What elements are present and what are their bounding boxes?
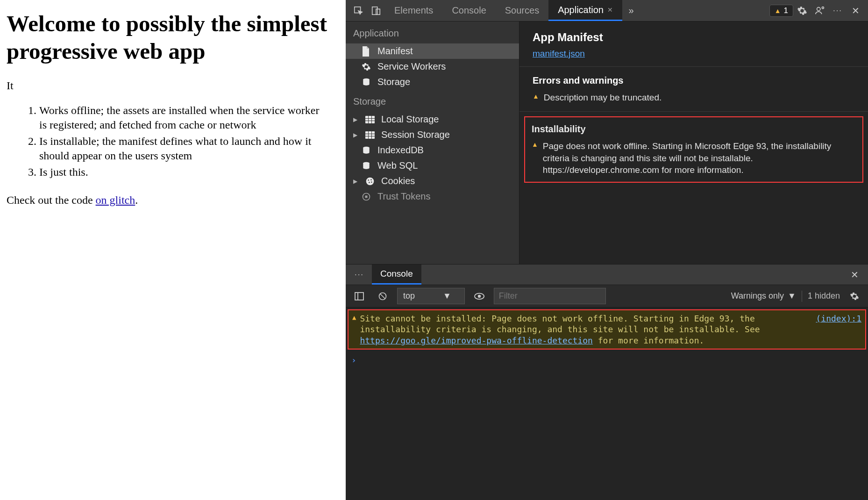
- console-link[interactable]: https://goo.gle/improved-pwa-offline-det…: [360, 336, 593, 345]
- error-text: Description may be truncated.: [544, 93, 662, 103]
- glitch-link[interactable]: on glitch: [96, 194, 135, 206]
- svg-rect-8: [365, 121, 375, 121]
- svg-rect-24: [365, 195, 368, 198]
- svg-rect-25: [355, 293, 363, 300]
- chevron-right-icon[interactable]: ▶: [353, 178, 360, 185]
- console-text-post: for more information.: [593, 336, 704, 345]
- chevron-down-icon: ▼: [443, 291, 451, 301]
- list-item: Is just this.: [39, 165, 339, 179]
- console-settings-icon[interactable]: [846, 287, 863, 305]
- tab-application[interactable]: Application ✕: [548, 0, 622, 21]
- kebab-menu-icon[interactable]: ···: [350, 266, 368, 284]
- svg-rect-12: [365, 134, 375, 134]
- svg-rect-15: [371, 131, 372, 139]
- database-icon: [362, 146, 372, 155]
- devtools-panel: Elements Console Sources Application ✕ »…: [346, 0, 868, 500]
- chevron-right-icon[interactable]: ▶: [353, 116, 360, 123]
- close-drawer-icon[interactable]: ✕: [846, 266, 863, 284]
- warning-icon: ▲: [532, 140, 538, 176]
- sidebar-item-label: Session Storage: [381, 129, 450, 140]
- console-text-pre: Site cannot be installed: Page does not …: [360, 314, 760, 334]
- warning-icon: ▲: [775, 7, 781, 14]
- application-sidebar: Application Manifest Service Workers Sto…: [346, 21, 519, 264]
- chevron-down-icon: ▼: [788, 291, 796, 301]
- warnings-badge[interactable]: ▲ 1: [769, 5, 793, 17]
- context-value: top: [403, 291, 415, 301]
- outro-pre: Check out the code: [7, 194, 96, 206]
- sidebar-heading-storage: Storage: [346, 90, 519, 112]
- sidebar-item-label: Cookies: [381, 176, 415, 186]
- context-selector[interactable]: top ▼: [397, 288, 465, 304]
- drawer-tabbar: ··· Console ✕: [346, 264, 868, 285]
- svg-rect-1: [372, 7, 377, 14]
- installability-text: Page does not work offline. Starting in …: [543, 140, 856, 176]
- manifest-pane: App Manifest manifest.json Errors and wa…: [519, 21, 868, 264]
- sidebar-item-service-workers[interactable]: Service Workers: [346, 59, 519, 74]
- console-toolbar: top ▼ Warnings only ▼ 1 hidden: [346, 285, 868, 307]
- close-icon[interactable]: ✕: [607, 6, 613, 14]
- sidebar-item-label: Trust Tokens: [377, 191, 430, 202]
- clear-console-icon[interactable]: [374, 287, 391, 305]
- console-warning-row[interactable]: ▲ Site cannot be installed: Page does no…: [348, 309, 866, 350]
- console-prompt[interactable]: ›: [346, 351, 868, 369]
- cookie-icon: [365, 177, 376, 186]
- tab-console[interactable]: Console: [442, 0, 495, 21]
- svg-rect-2: [376, 9, 380, 14]
- intro-text: It: [7, 79, 339, 92]
- console-source-link[interactable]: (index):1: [816, 313, 861, 346]
- live-expression-icon[interactable]: [470, 287, 488, 305]
- drawer-tab-console[interactable]: Console: [372, 264, 421, 285]
- sidebar-item-cookies[interactable]: ▶ Cookies: [346, 173, 519, 189]
- manifest-json-link[interactable]: manifest.json: [533, 49, 585, 58]
- installability-box: Installability ▲ Page does not work offl…: [524, 116, 863, 183]
- sidebar-item-label: Service Workers: [377, 61, 446, 72]
- filter-input[interactable]: [494, 288, 606, 304]
- svg-rect-7: [365, 118, 375, 119]
- sidebar-item-label: Local Storage: [381, 114, 439, 125]
- tab-elements[interactable]: Elements: [385, 0, 442, 21]
- sidebar-item-session-storage[interactable]: ▶ Session Storage: [346, 127, 519, 143]
- sidebar-item-trust-tokens[interactable]: Trust Tokens: [346, 189, 519, 204]
- table-icon: [365, 131, 376, 139]
- inspect-icon[interactable]: [349, 2, 367, 20]
- close-devtools-icon[interactable]: ✕: [847, 2, 864, 20]
- chevron-right-icon[interactable]: ▶: [353, 132, 360, 138]
- more-tabs-icon[interactable]: »: [622, 2, 640, 20]
- installability-heading: Installability: [532, 123, 856, 136]
- device-toggle-icon[interactable]: [367, 2, 385, 20]
- sidebar-heading-application: Application: [346, 21, 519, 43]
- sidebar-item-label: Storage: [377, 77, 410, 87]
- database-icon: [362, 78, 372, 87]
- feedback-icon[interactable]: [811, 2, 829, 20]
- sidebar-toggle-icon[interactable]: [350, 287, 368, 305]
- svg-point-19: [368, 179, 369, 181]
- svg-point-30: [478, 294, 481, 297]
- sidebar-item-web-sql[interactable]: Web SQL: [346, 158, 519, 173]
- warning-icon: ▲: [352, 313, 356, 346]
- hidden-count[interactable]: 1 hidden: [808, 291, 840, 301]
- sidebar-item-storage-overview[interactable]: Storage: [346, 74, 519, 90]
- tab-sources[interactable]: Sources: [496, 0, 548, 21]
- svg-line-28: [380, 294, 385, 299]
- sidebar-item-local-storage[interactable]: ▶ Local Storage: [346, 112, 519, 127]
- list-item: Is installable; the manifest defines wha…: [39, 134, 339, 163]
- sidebar-item-indexeddb[interactable]: IndexedDB: [346, 143, 519, 158]
- sidebar-item-label: Web SQL: [377, 160, 418, 171]
- list-item: Works offline; the assets are installed …: [39, 103, 339, 132]
- manifest-title: App Manifest: [533, 31, 855, 44]
- settings-icon[interactable]: [793, 2, 811, 20]
- svg-point-4: [822, 7, 824, 8]
- svg-rect-13: [365, 136, 375, 136]
- content-page: Welcome to possibly the simplest progres…: [0, 0, 346, 500]
- console-output: ▲ Site cannot be installed: Page does no…: [346, 307, 868, 500]
- table-icon: [365, 116, 376, 123]
- tab-application-label: Application: [558, 5, 604, 15]
- svg-point-3: [817, 7, 820, 10]
- warning-icon: ▲: [533, 93, 539, 103]
- sidebar-item-manifest[interactable]: Manifest: [346, 43, 519, 59]
- kebab-menu-icon[interactable]: ···: [829, 2, 847, 20]
- sidebar-item-label: Manifest: [377, 46, 413, 57]
- log-level-selector[interactable]: Warnings only ▼: [731, 291, 796, 301]
- svg-rect-9: [368, 116, 369, 123]
- sidebar-item-label: IndexedDB: [377, 145, 424, 156]
